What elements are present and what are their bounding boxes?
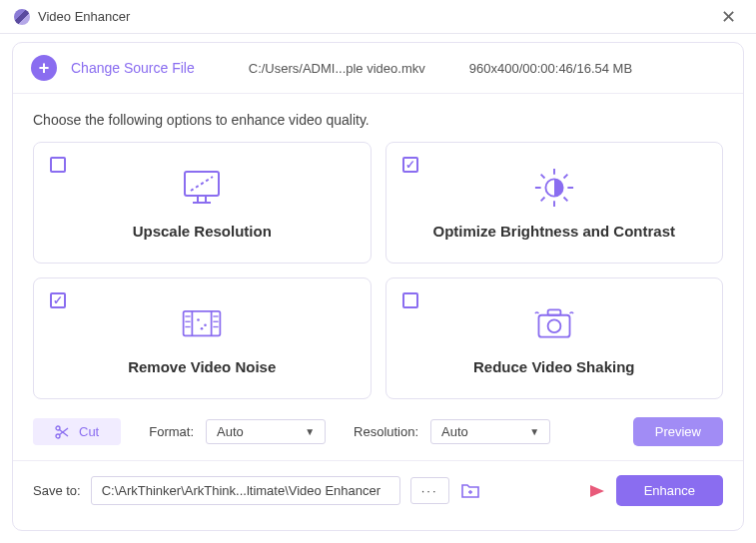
svg-marker-34 [590, 485, 604, 497]
close-button[interactable]: ✕ [715, 4, 742, 30]
svg-point-23 [197, 318, 200, 321]
option-brightness-contrast[interactable]: Optimize Brightness and Contrast [385, 142, 724, 264]
save-to-label: Save to: [33, 483, 81, 498]
video-enhancer-window: Video Enhancer ✕ + Change Source File C:… [0, 0, 756, 543]
svg-point-25 [201, 326, 204, 329]
folder-icon [460, 482, 480, 500]
preview-button[interactable]: Preview [633, 417, 723, 446]
option-upscale-resolution[interactable]: Upscale Resolution [33, 142, 372, 264]
checkbox-brightness[interactable] [402, 157, 418, 173]
app-title: Video Enhancer [38, 9, 130, 24]
chevron-down-icon: ▼ [529, 426, 539, 437]
source-row: + Change Source File C:/Users/ADMI...ple… [13, 43, 743, 94]
option-label: Remove Video Noise [128, 358, 276, 375]
brightness-contrast-icon [533, 167, 575, 209]
enhance-button[interactable]: Enhance [616, 475, 723, 506]
source-file-info: 960x400/00:00:46/16.54 MB [469, 61, 632, 76]
upscale-resolution-icon [181, 167, 223, 209]
svg-line-11 [563, 197, 567, 201]
checkbox-upscale[interactable] [50, 157, 66, 173]
controls-row: Cut Format: Auto ▼ Resolution: Auto ▼ Pr… [13, 399, 743, 460]
format-label: Format: [149, 424, 194, 439]
app-icon [14, 9, 30, 25]
svg-line-12 [540, 197, 544, 201]
svg-point-29 [56, 426, 60, 430]
main-panel: + Change Source File C:/Users/ADMI...ple… [12, 42, 744, 531]
checkbox-shaking[interactable] [402, 292, 418, 308]
svg-line-13 [563, 174, 567, 178]
open-folder-button[interactable] [459, 481, 481, 501]
reduce-shaking-icon [533, 302, 575, 344]
remove-noise-icon [181, 302, 223, 344]
format-dropdown[interactable]: Auto ▼ [206, 419, 326, 444]
chevron-down-icon: ▼ [305, 426, 315, 437]
option-label: Optimize Brightness and Contrast [432, 223, 675, 240]
resolution-label: Resolution: [354, 424, 418, 439]
browse-button[interactable]: ··· [410, 477, 449, 504]
resolution-dropdown[interactable]: Auto ▼ [430, 419, 550, 444]
arrow-annotation [536, 481, 606, 501]
svg-line-10 [540, 174, 544, 178]
save-path-input[interactable]: C:\ArkThinker\ArkThink...ltimate\Video E… [91, 476, 400, 505]
source-file-path: C:/Users/ADMI...ple video.mkv [249, 61, 425, 76]
svg-rect-14 [184, 310, 221, 335]
svg-rect-27 [547, 309, 560, 314]
save-row: Save to: C:\ArkThinker\ArkThink...ltimat… [13, 461, 743, 522]
svg-point-30 [56, 434, 60, 438]
change-source-link[interactable]: Change Source File [71, 60, 195, 76]
instruction-text: Choose the following options to enhance … [13, 94, 743, 142]
option-remove-noise[interactable]: Remove Video Noise [33, 277, 372, 399]
option-reduce-shaking[interactable]: Reduce Video Shaking [385, 277, 724, 399]
svg-line-1 [191, 177, 213, 191]
checkbox-noise[interactable] [50, 292, 66, 308]
resolution-value: Auto [441, 424, 468, 439]
svg-point-28 [547, 319, 560, 332]
cut-label: Cut [79, 424, 99, 439]
option-label: Reduce Video Shaking [473, 358, 634, 375]
option-label: Upscale Resolution [133, 223, 272, 240]
svg-point-24 [204, 323, 207, 326]
titlebar: Video Enhancer ✕ [0, 0, 756, 34]
svg-rect-26 [538, 314, 569, 336]
scissors-icon [55, 425, 69, 439]
add-source-button[interactable]: + [31, 55, 57, 81]
format-value: Auto [217, 424, 244, 439]
cut-button[interactable]: Cut [33, 418, 121, 445]
enhancement-options-grid: Upscale Resolution [13, 142, 743, 399]
